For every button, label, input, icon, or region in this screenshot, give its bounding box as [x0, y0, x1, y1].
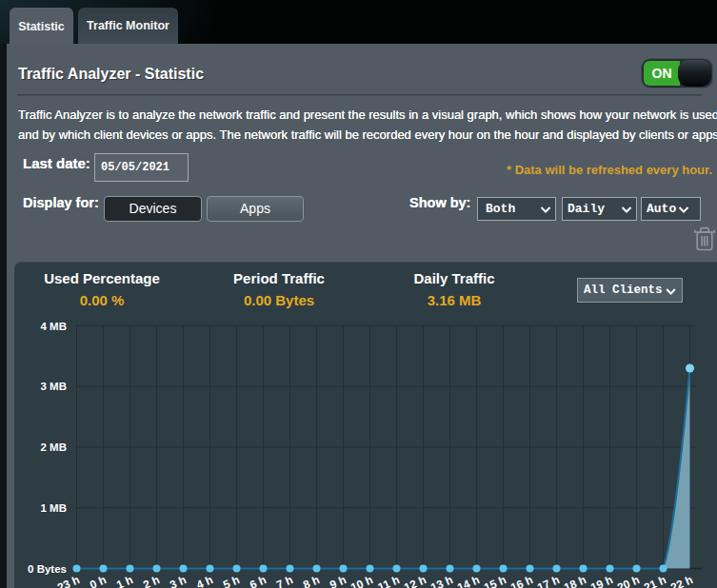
- svg-text:12 h: 12 h: [402, 573, 428, 588]
- svg-text:1 MB: 1 MB: [41, 502, 67, 514]
- svg-text:9 h: 9 h: [328, 573, 348, 588]
- svg-text:0 h: 0 h: [88, 573, 108, 588]
- svg-text:5 h: 5 h: [221, 573, 241, 588]
- svg-text:11 h: 11 h: [376, 573, 402, 588]
- svg-text:19 h: 19 h: [588, 573, 615, 588]
- svg-text:22 h: 22 h: [668, 573, 695, 588]
- svg-text:16 h: 16 h: [508, 573, 535, 588]
- svg-text:7 h: 7 h: [274, 573, 294, 588]
- svg-text:15 h: 15 h: [482, 573, 508, 588]
- svg-text:1 h: 1 h: [114, 573, 134, 588]
- svg-text:17 h: 17 h: [535, 573, 562, 588]
- svg-text:18 h: 18 h: [562, 573, 588, 588]
- svg-text:20 h: 20 h: [615, 573, 642, 588]
- svg-text:4 MB: 4 MB: [41, 321, 67, 332]
- svg-text:23 h: 23 h: [55, 573, 82, 588]
- svg-text:14 h: 14 h: [455, 573, 482, 588]
- svg-text:6 h: 6 h: [248, 573, 268, 588]
- svg-text:21 h: 21 h: [642, 573, 668, 588]
- svg-text:13 h: 13 h: [428, 573, 455, 588]
- svg-text:8 h: 8 h: [301, 573, 321, 588]
- svg-text:0 Bytes: 0 Bytes: [28, 563, 67, 575]
- svg-text:2 h: 2 h: [141, 573, 161, 588]
- svg-text:3 MB: 3 MB: [41, 381, 67, 392]
- svg-text:10 h: 10 h: [349, 573, 375, 588]
- svg-text:2 MB: 2 MB: [41, 441, 67, 453]
- svg-text:4 h: 4 h: [194, 573, 214, 588]
- svg-text:3 h: 3 h: [168, 573, 188, 588]
